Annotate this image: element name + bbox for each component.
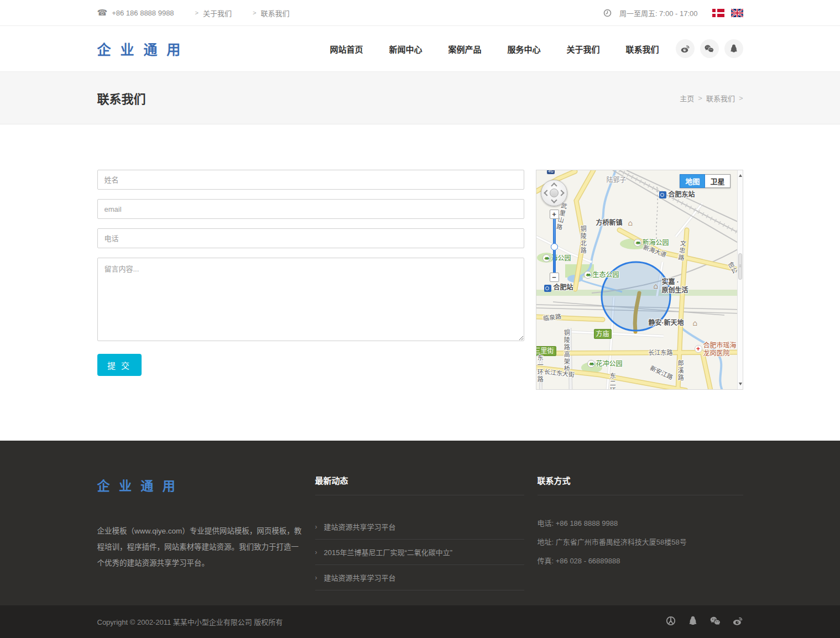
chevron-right-icon: >	[195, 9, 199, 16]
map-label: 陆郢子	[607, 177, 627, 185]
pan-up-arrow[interactable]	[551, 182, 557, 189]
name-field[interactable]	[97, 170, 524, 190]
divider	[538, 495, 743, 495]
nav-item-about[interactable]: 关于我们	[566, 43, 599, 55]
map-label: 生态公园	[593, 271, 619, 279]
map-type-switch: 地图 卫星	[680, 174, 730, 188]
footer-news-title: 最新动态	[315, 473, 524, 486]
submit-button[interactable]: 提 交	[97, 354, 142, 376]
zoom-slider-track[interactable]	[553, 219, 556, 273]
zoom-slider-handle[interactable]	[551, 243, 558, 250]
chevron-right-icon: ›	[315, 523, 317, 531]
pan-center-knob[interactable]	[550, 189, 559, 197]
flag-danish-icon[interactable]	[712, 9, 724, 17]
breadcrumb: 主页 > 联系我们 >	[680, 93, 743, 103]
renren-icon[interactable]	[665, 615, 676, 629]
pan-left-arrow[interactable]	[544, 190, 550, 196]
pan-right-arrow[interactable]	[558, 190, 564, 196]
footer-logo[interactable]: 企 业 通 用	[97, 475, 302, 494]
map-label: 合肥东站	[669, 191, 695, 199]
park-icon	[634, 239, 641, 247]
map-label: 静安·新天地	[649, 320, 684, 327]
qq-icon[interactable]	[724, 39, 743, 58]
page-title: 联系我们	[97, 89, 146, 107]
nav-item-contact[interactable]: 联系我们	[625, 43, 659, 55]
zoom-out-button[interactable]: −	[550, 273, 559, 282]
breadcrumb-home[interactable]: 主页	[680, 93, 694, 103]
footer-contact-address: 地址: 广东省广州市番禺经济科技大厦58楼58号	[538, 533, 743, 552]
map-label: 实嘉 ·	[662, 279, 679, 286]
wechat-icon[interactable]	[700, 39, 719, 58]
footer-contact-title: 联系方式	[538, 473, 743, 486]
map-label: 郎溪路	[677, 360, 684, 381]
footer-contact-phone: 电话: +86 186 8888 9988	[538, 514, 743, 533]
page-header: 联系我们 主页 > 联系我们 >	[0, 72, 840, 124]
map-type-satellite-button[interactable]: 卫星	[705, 174, 730, 188]
footer-news-label: 建站资源共享学习平台	[324, 572, 396, 583]
map-canvas[interactable]: 陆郢子 合肥东站 方桥新镇 新海公园 海公园 武里山路 铜陵北路 新海大道 文忠…	[536, 170, 743, 390]
park-icon	[542, 254, 550, 262]
header: 企 业 通 用 网站首页 新闻中心 案例产品 服务中心 关于我们 联系我们	[0, 26, 840, 72]
contact-form: 提 交	[97, 170, 524, 376]
breadcrumb-current[interactable]: 联系我们	[706, 93, 735, 103]
nav-item-products[interactable]: 案例产品	[448, 43, 481, 55]
copyright-bar: Copyright © 2002-2011 某某中小型企业有限公司 版权所有	[0, 605, 840, 638]
footer-news-item[interactable]: › 2015年兰博基尼工厂实现“二氧化碳中立”	[315, 540, 524, 565]
compass-north-label: 北	[547, 170, 555, 174]
topbar: ☎ +86 186 8888 9988 > 关于我们 > 联系我们 周一至周五:…	[0, 0, 840, 26]
map-type-map-button[interactable]: 地图	[680, 174, 705, 188]
main-nav: 网站首页 新闻中心 案例产品 服务中心 关于我们 联系我们	[330, 43, 659, 55]
footer-news-label: 2015年兰博基尼工厂实现“二氧化碳中立”	[324, 547, 453, 557]
breadcrumb-separator: >	[739, 94, 743, 102]
nav-item-home[interactable]: 网站首页	[330, 43, 363, 55]
topbar-phone: ☎ +86 186 8888 9988	[97, 8, 174, 18]
map-label: 龙岗医院	[703, 350, 730, 358]
home-poi-icon	[654, 283, 658, 289]
qq-icon[interactable]	[687, 615, 698, 629]
map-label: 长江东路	[649, 349, 673, 357]
map-zoom-control: + −	[550, 210, 559, 282]
site-logo[interactable]: 企 业 通 用	[97, 39, 184, 59]
scroll-up-arrow[interactable]	[739, 172, 742, 177]
topbar-phone-number: +86 186 8888 9988	[112, 9, 174, 17]
message-field[interactable]	[97, 258, 524, 341]
home-poi-icon	[693, 320, 697, 326]
map-pan-control	[541, 180, 567, 206]
map-label: 铜陵北路	[580, 226, 587, 254]
wechat-icon[interactable]	[709, 615, 721, 629]
footer-contact-fax: 传真: +86 028 - 66889888	[538, 552, 743, 571]
footer-news-label: 建站资源共享学习平台	[324, 521, 396, 532]
metro-station-icon	[544, 285, 551, 292]
phone-field[interactable]	[97, 228, 524, 248]
chevron-right-icon: >	[253, 9, 256, 16]
weibo-icon[interactable]	[732, 615, 743, 629]
map-label: 合肥市瑶海	[703, 342, 737, 350]
email-field[interactable]	[97, 199, 524, 219]
pan-down-arrow[interactable]	[551, 197, 557, 203]
nav-item-news[interactable]: 新闻中心	[389, 43, 422, 55]
map-label: 方庙	[594, 329, 612, 339]
zoom-in-button[interactable]: +	[550, 210, 559, 219]
map-label: 合肥站	[554, 284, 573, 292]
breadcrumb-separator: >	[698, 94, 702, 102]
clock-icon	[603, 9, 612, 17]
topbar-link-contact[interactable]: 联系我们	[261, 8, 290, 18]
scroll-down-arrow[interactable]	[739, 383, 742, 387]
park-icon	[587, 360, 595, 368]
footer-news-item[interactable]: › 建站资源共享学习平台	[315, 514, 524, 540]
map-label: 花冲公园	[596, 360, 623, 368]
map-label: 东二环	[609, 373, 616, 390]
phone-icon: ☎	[97, 8, 108, 18]
topbar-link-about[interactable]: 关于我们	[203, 8, 232, 18]
map-scrollbar[interactable]	[737, 170, 743, 389]
copyright-text: Copyright © 2002-2011 某某中小型企业有限公司 版权所有	[97, 616, 283, 627]
chevron-right-icon: ›	[315, 574, 317, 582]
scroll-thumb[interactable]	[738, 253, 742, 280]
weibo-icon[interactable]	[676, 39, 695, 58]
park-icon	[584, 271, 592, 279]
nav-item-service[interactable]: 服务中心	[507, 43, 540, 55]
footer-news-item[interactable]: › 建站资源共享学习平台	[315, 565, 524, 590]
chevron-right-icon: ›	[315, 548, 317, 556]
flag-uk-icon[interactable]	[731, 9, 743, 17]
map-label: 东一环路	[536, 354, 544, 383]
